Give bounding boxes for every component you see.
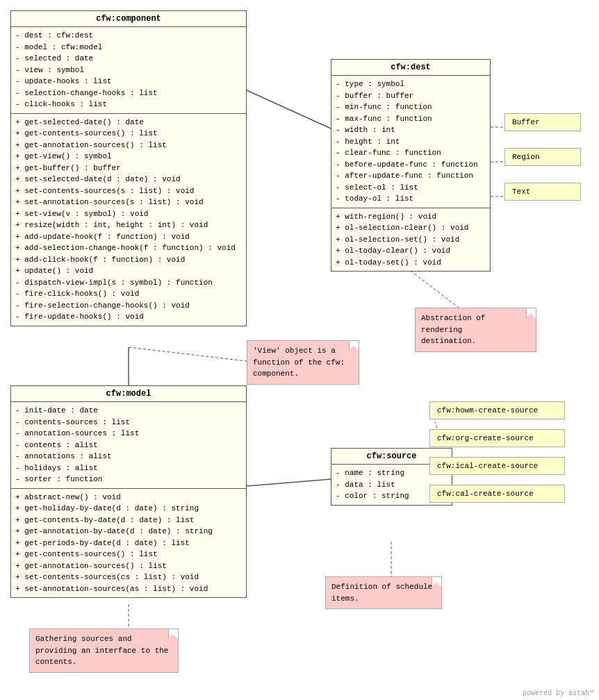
dest-methods: + with-region() : void + ol-selection-cl… (331, 208, 490, 272)
note-dest-text: Abstraction of renderingdestination. (421, 314, 485, 345)
component-methods: + get-selected-date() : date + get-conte… (11, 114, 246, 326)
sidebar-buffer: Buffer (504, 113, 581, 131)
sidebar-region-label: Region (512, 153, 540, 161)
note-model: Gathering sources andproviding an interf… (29, 628, 179, 673)
svg-line-6 (411, 271, 459, 308)
component-box: cfw:component - dest : cfw:dest - model … (10, 10, 247, 326)
dest-attributes: - type : symbol - buffer : buffer - min-… (331, 76, 490, 208)
note-source: Definition of scheduleitems. (325, 576, 442, 609)
note-source-text: Definition of scheduleitems. (331, 583, 432, 603)
model-attributes: - init-date : date - contents-sources : … (11, 402, 246, 489)
sidebar-ical: cfw:ical-create-source (429, 457, 565, 475)
sidebar-region: Region (504, 148, 581, 166)
svg-line-2 (247, 479, 331, 486)
sidebar-ical-label: cfw:ical-create-source (437, 462, 538, 470)
model-title: cfw:model (11, 386, 246, 402)
svg-line-0 (247, 90, 331, 128)
dest-title: cfw:dest (331, 60, 490, 76)
component-title: cfw:component (11, 11, 246, 27)
component-attributes: - dest : cfw:dest - model : cfw:model - … (11, 27, 246, 114)
sidebar-text: Text (504, 183, 581, 201)
sidebar-cal: cfw:cal-create-source (429, 485, 565, 503)
dest-box: cfw:dest - type : symbol - buffer : buff… (331, 59, 491, 272)
model-methods: + abstract-new() : void + get-holiday-by… (11, 489, 246, 598)
diagram-container: cfw:component - dest : cfw:dest - model … (0, 0, 599, 700)
sidebar-buffer-label: Buffer (512, 118, 540, 126)
sidebar-text-label: Text (512, 188, 530, 196)
sidebar-org-label: cfw:org-create-source (437, 434, 534, 442)
sidebar-howm-label: cfw:howm-create-source (437, 406, 538, 415)
note-model-text: Gathering sources andproviding an interf… (35, 635, 168, 666)
note-view: 'View' object is afunction of the cfw:co… (247, 340, 359, 385)
note-view-text: 'View' object is afunction of the cfw:co… (253, 347, 345, 378)
sidebar-org: cfw:org-create-source (429, 429, 565, 447)
sidebar-cal-label: cfw:cal-create-source (437, 490, 534, 498)
note-dest: Abstraction of renderingdestination. (415, 308, 536, 352)
watermark: powered by astah™ (523, 690, 593, 697)
sidebar-howm: cfw:howm-create-source (429, 401, 565, 419)
model-box: cfw:model - init-date : date - contents-… (10, 385, 247, 598)
